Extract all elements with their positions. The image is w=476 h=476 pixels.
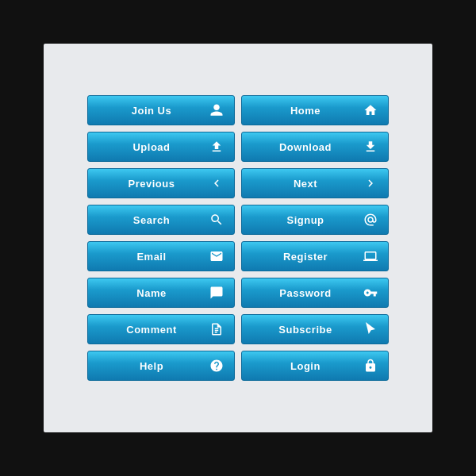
subscribe-label: Subscribe bbox=[251, 324, 359, 336]
name-label: Name bbox=[98, 287, 205, 299]
email-button[interactable]: Email bbox=[87, 241, 235, 271]
previous-label: Previous bbox=[98, 178, 205, 190]
help-label: Help bbox=[98, 360, 205, 372]
question-icon bbox=[205, 355, 228, 377]
home-icon bbox=[359, 99, 382, 121]
comment-label: Comment bbox=[98, 324, 205, 336]
upload-button[interactable]: Upload bbox=[87, 132, 235, 162]
register-button[interactable]: Register bbox=[241, 241, 389, 271]
help-button[interactable]: Help bbox=[87, 351, 235, 381]
previous-button[interactable]: Previous bbox=[87, 168, 235, 198]
signup-label: Signup bbox=[251, 214, 359, 226]
button-grid: Join Us Home Upload Download bbox=[87, 95, 389, 381]
home-label: Home bbox=[251, 105, 359, 117]
user-icon bbox=[205, 99, 228, 121]
signup-button[interactable]: Signup bbox=[241, 205, 389, 235]
upload-icon bbox=[205, 136, 228, 158]
document-icon bbox=[205, 318, 228, 340]
email-label: Email bbox=[98, 251, 205, 263]
next-label: Next bbox=[251, 178, 359, 190]
join-us-label: Join Us bbox=[98, 105, 205, 117]
upload-label: Upload bbox=[98, 141, 205, 153]
login-label: Login bbox=[251, 360, 359, 372]
subscribe-button[interactable]: Subscribe bbox=[241, 314, 389, 344]
key-icon bbox=[359, 282, 382, 304]
email-icon bbox=[205, 245, 228, 267]
comment-button[interactable]: Comment bbox=[87, 314, 235, 344]
download-icon bbox=[359, 136, 382, 158]
laptop-icon bbox=[359, 245, 382, 267]
inner-panel: Join Us Home Upload Download bbox=[44, 44, 432, 432]
chevron-left-icon bbox=[205, 172, 228, 194]
at-icon bbox=[359, 209, 382, 231]
download-label: Download bbox=[251, 141, 359, 153]
login-button[interactable]: Login bbox=[241, 351, 389, 381]
cursor-icon bbox=[359, 318, 382, 340]
register-label: Register bbox=[251, 251, 359, 263]
chevron-right-icon bbox=[359, 172, 382, 194]
password-button[interactable]: Password bbox=[241, 278, 389, 308]
home-button[interactable]: Home bbox=[241, 95, 389, 125]
download-button[interactable]: Download bbox=[241, 132, 389, 162]
search-icon bbox=[205, 209, 228, 231]
outer-frame: Join Us Home Upload Download bbox=[24, 24, 452, 452]
chat-icon bbox=[205, 282, 228, 304]
lock-icon bbox=[359, 355, 382, 377]
next-button[interactable]: Next bbox=[241, 168, 389, 198]
join-us-button[interactable]: Join Us bbox=[87, 95, 235, 125]
search-label: Search bbox=[98, 214, 205, 226]
password-label: Password bbox=[251, 287, 359, 299]
search-button[interactable]: Search bbox=[87, 205, 235, 235]
name-button[interactable]: Name bbox=[87, 278, 235, 308]
